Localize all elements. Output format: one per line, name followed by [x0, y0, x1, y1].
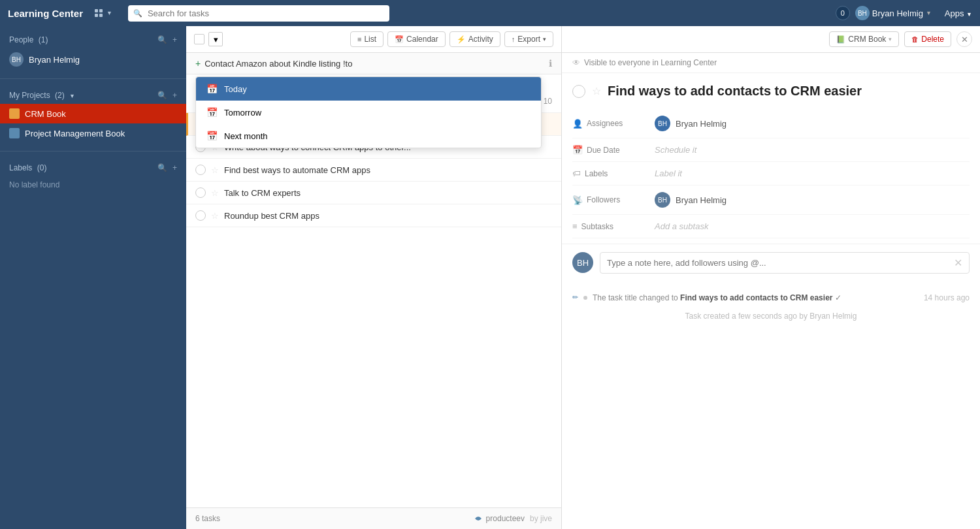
subtasks-value[interactable]: Add a subtask: [655, 221, 970, 231]
app-logo: Learning Center: [8, 8, 83, 19]
sidebar-divider-2: [0, 151, 186, 152]
task-checkbox-3[interactable]: [195, 165, 206, 175]
sidebar: People (1) 🔍 + BH Bryan Helmig: [0, 26, 186, 529]
select-dropdown-btn[interactable]: ▾: [208, 32, 223, 46]
svg-rect-3: [99, 14, 103, 17]
task-star-3[interactable]: ☆: [211, 165, 219, 175]
projects-add-icon[interactable]: +: [172, 91, 177, 100]
comment-clear-icon[interactable]: ✕: [954, 257, 962, 269]
sidebar-divider-1: [0, 78, 186, 79]
labels-add-icon[interactable]: +: [172, 163, 177, 172]
assignee-avatar: BH: [655, 116, 670, 131]
detail-star[interactable]: ☆: [592, 85, 601, 97]
followers-value[interactable]: BH Bryan Helmig: [655, 192, 970, 208]
activity-created: Task created a few seconds ago by Bryan …: [572, 306, 970, 326]
list-view-btn[interactable]: ≡ List: [350, 31, 384, 47]
cal-icon-next-month: 📅: [206, 131, 218, 141]
people-actions: 🔍 +: [157, 35, 177, 44]
date-option-today[interactable]: 📅 Today: [196, 77, 541, 101]
user-chevron: ▼: [926, 10, 932, 16]
date-picker-dropdown: 📅 Today 📅 Tomorrow 📅 Next month: [195, 76, 542, 148]
task-star-4[interactable]: ☆: [211, 188, 219, 198]
select-all-checkbox[interactable]: [194, 34, 204, 44]
crm-book-btn[interactable]: 📗 CRM Book ▾: [829, 31, 899, 47]
visibility-text: Visible to everyone in Learning Center: [584, 58, 717, 67]
due-date-field: 📅 Due Date Schedule it: [572, 138, 970, 162]
calendar-view-btn[interactable]: 📅 Calendar: [387, 31, 446, 47]
people-add-icon[interactable]: +: [172, 35, 177, 44]
delete-icon: 🗑: [911, 35, 919, 43]
due-date-value[interactable]: Schedule it: [655, 145, 970, 155]
task-panel: ▾ ≡ List 📅 Calendar ⚡ Activity ↑ Export: [186, 26, 562, 529]
search-wrapper: [128, 5, 389, 22]
subtasks-label: ≡ Subtasks: [572, 221, 644, 231]
task-checkbox-5[interactable]: [195, 210, 206, 221]
task-checkbox-4[interactable]: [195, 187, 206, 198]
detail-complete-checkbox[interactable]: [572, 85, 585, 98]
comment-area: BH ✕: [562, 244, 980, 281]
projects-chevron[interactable]: ▼: [69, 93, 75, 99]
due-date-label: 📅 Due Date: [572, 145, 644, 155]
subtasks-icon: ≡: [572, 221, 578, 231]
sidebar-user-item[interactable]: BH Bryan Helmig: [0, 48, 186, 71]
producteev-icon: [473, 513, 483, 524]
user-menu[interactable]: BH Bryan Helmig ▼: [855, 6, 932, 20]
svg-rect-1: [99, 9, 103, 12]
pm-book-label: Project Management Book: [25, 129, 125, 138]
export-icon: ↑: [512, 35, 515, 43]
labels-field-label: 🏷 Labels: [572, 168, 644, 178]
new-task-input[interactable]: [204, 59, 544, 69]
task-row-3[interactable]: ☆ Find best ways to automate CRM apps: [186, 159, 561, 182]
people-title: People (1): [9, 35, 157, 44]
projects-header: My Projects (2) ▼ 🔍 +: [0, 87, 186, 104]
sidebar-item-pm-book[interactable]: Project Management Book: [0, 123, 186, 143]
export-btn[interactable]: ↑ Export ▾: [504, 31, 553, 47]
notification-badge[interactable]: 0: [836, 6, 850, 20]
org-switcher[interactable]: ▼: [93, 8, 112, 18]
new-task-info-icon[interactable]: ℹ: [549, 58, 552, 69]
sidebar-user-avatar: BH: [9, 52, 24, 67]
labels-section: Labels (0) 🔍 + No label found: [0, 154, 186, 199]
no-labels-message: No label found: [0, 176, 186, 193]
delete-btn[interactable]: 🗑 Delete: [904, 31, 951, 47]
sidebar-user-name: Bryan Helmig: [29, 55, 80, 65]
cal-icon-tomorrow: 📅: [206, 107, 218, 118]
search-input[interactable]: [128, 5, 389, 22]
assignees-value[interactable]: BH Bryan Helmig: [655, 116, 970, 131]
people-search-icon[interactable]: 🔍: [157, 35, 167, 44]
task-row-4[interactable]: ☆ Talk to CRM experts: [186, 182, 561, 204]
projects-search-icon[interactable]: 🔍: [157, 91, 167, 100]
apps-menu[interactable]: Apps ▼: [945, 8, 972, 18]
projects-section: My Projects (2) ▼ 🔍 + CRM Book Project M: [0, 82, 186, 148]
edit-icon: ✏: [572, 293, 578, 302]
crm-book-chevron: ▾: [889, 36, 892, 42]
people-section: People (1) 🔍 + BH Bryan Helmig: [0, 26, 186, 76]
detail-panel: 📗 CRM Book ▾ 🗑 Delete ✕ 👁 Visible to eve…: [562, 26, 980, 529]
activity-change-text: The task title changed to Find ways to a…: [593, 293, 919, 302]
followers-field: 📡 Followers BH Bryan Helmig: [572, 185, 970, 215]
labels-value[interactable]: Label it: [655, 168, 970, 178]
comment-input[interactable]: [607, 258, 954, 268]
sidebar-item-crm-book[interactable]: CRM Book: [0, 104, 186, 123]
task-row-5[interactable]: ☆ Roundup best CRM apps: [186, 204, 561, 227]
visibility-bar: 👁 Visible to everyone in Learning Center: [562, 53, 980, 73]
task-star-5[interactable]: ☆: [211, 211, 219, 221]
crm-book-label: CRM Book: [25, 109, 66, 119]
assignees-label: 👤 Assignees: [572, 119, 644, 129]
date-option-next-month[interactable]: 📅 Next month: [196, 124, 541, 148]
labels-search-icon[interactable]: 🔍: [157, 163, 167, 172]
detail-task-title: Find ways to add contacts to CRM easier: [608, 84, 970, 99]
detail-toolbar: 📗 CRM Book ▾ 🗑 Delete ✕: [562, 26, 980, 53]
apps-chevron: ▼: [966, 11, 972, 18]
labels-actions: 🔍 +: [157, 163, 177, 172]
comment-input-wrapper: ✕: [600, 252, 970, 274]
svg-rect-0: [95, 9, 98, 12]
detail-close-btn[interactable]: ✕: [956, 31, 972, 47]
date-option-tomorrow[interactable]: 📅 Tomorrow: [196, 101, 541, 124]
eye-icon: 👁: [572, 58, 580, 67]
svg-rect-2: [95, 14, 98, 17]
activity-view-btn[interactable]: ⚡ Activity: [449, 31, 500, 47]
labels-title: Labels (0): [9, 163, 157, 172]
org-chevron: ▼: [106, 10, 112, 16]
activity-checkmark: ✓: [835, 293, 841, 302]
